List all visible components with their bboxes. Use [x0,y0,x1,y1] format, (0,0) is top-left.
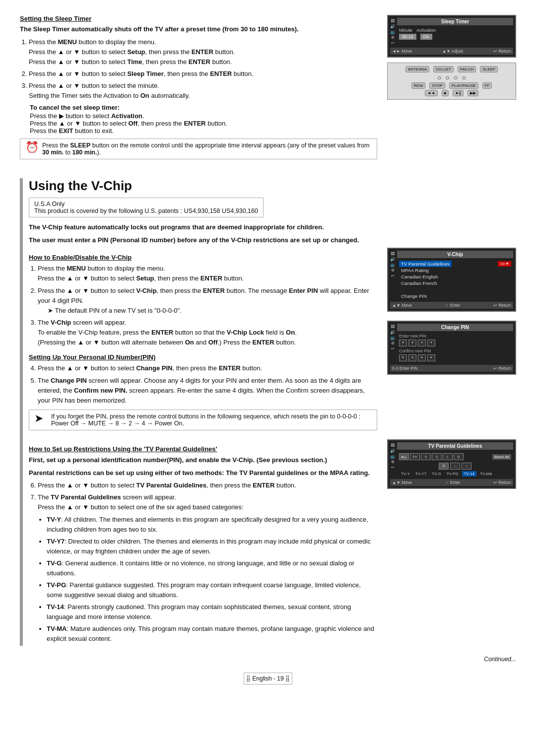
parental-tv-screen: 🖼 🔊 📺 ⚙ ↩ TV Parental Guidelines ALL [387,439,516,489]
sleep-timer-header: Setting the Sleep Timer The Sleep Timer … [20,15,516,163]
pin-note-box: ➤ If you forget the PIN, press the remot… [29,410,377,430]
vchip-title: Using the V-Chip [29,178,516,194]
menu-cdn-french: Canadian French [399,280,511,286]
sleep-note-text: Press the SLEEP button on the remote con… [42,142,372,156]
setup-icon: ⚙ [390,35,395,40]
menu-change-pin: Change PIN [399,293,511,299]
confirm-new-pin-label: Confirm new PIN [399,348,511,353]
rating-s: S [432,453,442,460]
sleep-screen-footer: ◄► Move ▲▼ Adjust ↩ Return [390,48,513,55]
cat-tvma: TV-MA: Mature audiences only. This progr… [47,624,377,643]
sleep-timer-steps: Press the MENU button to display the men… [20,37,377,101]
restrictions-title: How to Set up Restrictions Using the 'TV… [29,445,377,453]
pg-picture-icon: 🖼 [390,443,395,448]
rest-step-7: The TV Parental Guidelines screen will a… [38,492,377,643]
restrictions-section: How to Set up Restrictions Using the 'TV… [29,439,516,646]
continued-text: Continued... [20,656,516,663]
confirm-pin-box-4: * [427,354,435,361]
pin-steps: Press the ▲ or ▼ button to select Change… [29,363,377,406]
block-all-btn[interactable]: Block All [492,454,511,460]
rating-grid: ALL FV V S L D [399,453,464,460]
pin-note-text: If you forget the PIN, press the remote … [51,413,372,427]
input-icon: ↩ [390,41,395,45]
page-footer: ⣿ English - 19 ⣿ [244,673,292,685]
ff-btn: FF [482,82,492,89]
sleep-screen-body: Minute Activation 00:10 On [397,27,513,42]
rating-fv: FV [410,453,420,460]
rating-all: ALL [399,453,409,460]
cat-tvy7: TV-Y7: Directed to older children. The t… [47,537,377,556]
rew-btn: REW [411,82,426,89]
vchip-intro2: The user must enter a PIN (Personal ID n… [29,235,516,245]
sleep-screen-title: Sleep Timer [397,18,513,25]
vchip-intro1: The V-Chip feature automatically locks o… [29,222,516,232]
parental-screen-footer: ▲▼ Move ☞ Enter ↩ Return [390,479,513,486]
pin-boxes-enter: * * * * [399,340,511,346]
footer-decoration-left: ⣿ [246,675,252,682]
sleep-icon: ⏰ [25,142,38,153]
cp-setup-icon: ⚙ [390,341,395,345]
enable-step-1: Press the MENU button to display the men… [38,264,377,283]
pin-boxes-confirm: * * * * [399,354,511,361]
cat-tvy: TV-Y: All children. The themes and eleme… [47,515,377,534]
rw-btn: ◄◄ [425,90,438,96]
cp-sound-icon: 🔊 [390,330,395,335]
cp-picture-icon: 🖼 [390,325,395,329]
enable-step-2: Press the ▲ or ▼ button to select V-Chip… [38,286,377,316]
cat-tvg: TV-G: General audience. It contains litt… [47,558,377,578]
sleep-timer-text: Setting the Sleep Timer The Sleep Timer … [20,15,377,163]
vchip-screen-body: TV Parental Guidelines On▼ MPAA Rating C… [397,260,513,300]
rating-v: V [421,453,431,460]
pg-sound-icon: 🔊 [390,449,395,453]
enable-step-3: The V-Chip screen will appear. To enable… [38,318,377,347]
vc-channel-icon: 📺 [390,263,395,267]
enable-title: How to Enable/Disable the V-Chip [29,254,377,261]
circle-4: ○ [462,73,466,81]
pin-step-4: Press the ▲ or ▼ button to select Change… [38,363,377,373]
vc-input-icon: ↩ [390,274,395,278]
pin-note-icon: ➤ [34,413,47,424]
footer-decoration-right: ⣿ [285,675,290,682]
pin-setup-title: Setting Up Your Personal ID Number(PIN) [29,353,377,361]
enter-new-pin-label: Enter new PIN [399,334,511,339]
favch-btn: FAV.CH [458,66,476,72]
step-2: Press the ▲ or ▼ button to select Sleep … [29,69,377,79]
menu-mpaa: MPAA Rating [399,267,511,274]
change-pin-footer: 0-0 Enter PIN ↩ Return [390,365,513,372]
cat-tv14: TV-14: Parents strongly cautioned. This … [47,602,377,621]
step-3: Press the ▲ or ▼ button to select the mi… [29,81,377,101]
chlist-btn: CH.LIST [433,66,454,72]
confirm-pin-box-1: * [399,354,407,361]
pin-step-5: The Change PIN screen will appear. Choos… [38,376,377,406]
sleep-tv-screen: 🖼 🔊 📺 ⚙ ↩ Sleep Timer Minute Activation [387,15,516,58]
confirm-pin-box-2: * [408,354,416,361]
sleep-note-box: ⏰ Press the SLEEP button on the remote c… [20,138,377,159]
rest-step-6: Press the ▲ or ▼ button to select TV Par… [38,481,377,490]
pin-box-2: * [408,340,416,346]
page-number: English - 19 [252,675,283,682]
circle-3: ○ [454,73,458,81]
vchip-section: Using the V-Chip U.S.A Only This product… [20,178,516,646]
pg-channel-icon: 📺 [390,454,395,459]
row2-cell2: □ [450,463,460,470]
cancel-step-2: Press the ▲ or ▼ button to select Off, t… [30,120,377,127]
restrictions-steps: Press the ▲ or ▼ button to select TV Par… [29,481,377,643]
restrictions-text-col: How to Set up Restrictions Using the 'TV… [29,439,377,646]
menu-cdn-english: Canadian English [399,274,511,280]
cat-tvpg: TV-PG: Parental guidance suggested. This… [47,580,377,600]
sound-icon: 🔊 [390,24,395,29]
rating-categories: TV-Y: All children. The themes and eleme… [38,515,377,643]
vc-picture-icon: 🖼 [390,252,395,256]
step-1: Press the MENU button to display the men… [29,37,377,67]
restrictions-intro2: Parental restrictions can be set up usin… [29,468,377,478]
ff2-btn: ▶▶ [468,90,478,96]
sleep-timer-title: Setting the Sleep Timer [20,15,377,22]
sleep-screen-col: 🖼 🔊 📺 ⚙ ↩ Sleep Timer Minute Activation [387,15,516,100]
pin-box-1: * [399,340,407,346]
vc-setup-icon: ⚙ [390,268,395,273]
row2-cell1: ☑ [439,463,449,470]
rating-l: L [443,453,453,460]
circle-2: ○ [446,73,450,81]
usa-patent: This product is covered by the following… [34,207,258,214]
enable-steps: Press the MENU button to display the men… [29,264,377,347]
